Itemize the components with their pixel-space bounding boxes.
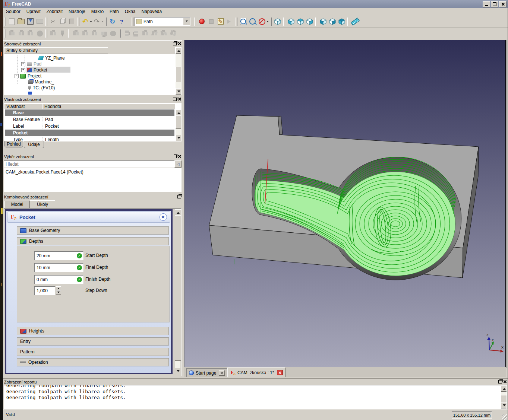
section-depths[interactable]: Depths <box>17 237 169 245</box>
path-job-button[interactable] <box>7 29 16 38</box>
toolbar-grip[interactable] <box>45 18 47 26</box>
path-profile-button[interactable] <box>81 29 90 38</box>
save-document-button[interactable] <box>26 17 35 26</box>
path-tool-library-button[interactable] <box>48 29 58 38</box>
report-scrollbar[interactable] <box>501 385 507 408</box>
resize-grip[interactable] <box>502 414 507 420</box>
scroll-down-button[interactable] <box>176 88 182 95</box>
open-document-button[interactable] <box>16 17 26 26</box>
tree-item-yz-plane[interactable]: YZ_Plane <box>38 55 65 61</box>
menu-napoveda[interactable]: Nápověda <box>138 9 165 15</box>
print-button[interactable] <box>35 17 44 26</box>
zoom-box-button[interactable] <box>248 17 257 26</box>
report-close-icon[interactable] <box>504 380 507 383</box>
property-group-base[interactable]: Base <box>5 109 174 116</box>
view-front-button[interactable] <box>286 17 296 26</box>
measure-button[interactable] <box>350 17 360 26</box>
tab-model[interactable]: Model <box>4 201 30 208</box>
path-post-process-button[interactable] <box>16 29 26 38</box>
view-axonometric-button[interactable] <box>273 17 282 26</box>
section-pattern[interactable]: Pattern <box>17 348 169 356</box>
scroll-down-button[interactable] <box>501 402 507 408</box>
task-scrollbar[interactable] <box>175 209 180 374</box>
clipping-plane-button[interactable] <box>257 17 266 26</box>
report-float-icon[interactable] <box>498 380 502 384</box>
path-dressup-dogbone-button[interactable] <box>122 29 131 38</box>
tree-item-tool-controller[interactable]: TC: (FV10) <box>28 85 55 91</box>
toolbar-grip[interactable] <box>119 29 121 38</box>
path-simulator-button[interactable] <box>35 29 44 38</box>
view-top-button[interactable] <box>296 17 305 26</box>
redo-button[interactable]: ↷ <box>92 17 101 26</box>
workbench-selector[interactable]: Path <box>135 17 190 26</box>
view-right-button[interactable] <box>305 17 314 26</box>
scroll-down-button[interactable] <box>175 368 181 374</box>
path-engrave-button[interactable] <box>108 29 118 38</box>
tree-item-pad[interactable]: + Pad <box>21 61 41 67</box>
step-down-spinner[interactable] <box>56 286 61 295</box>
start-page-close-button[interactable] <box>219 370 225 376</box>
toolbar-grip[interactable] <box>194 18 196 26</box>
maximize-button[interactable] <box>491 1 498 7</box>
minimize-button[interactable] <box>483 1 490 7</box>
tab-cam-zkouska[interactable]: F CAM_zkouska : 1* <box>227 368 285 377</box>
scroll-up-button[interactable] <box>175 209 181 216</box>
menu-makro[interactable]: Makro <box>88 9 107 15</box>
toolbar-grip[interactable] <box>45 29 47 38</box>
macro-stop-button[interactable] <box>206 17 216 26</box>
toolbar-grip[interactable] <box>78 18 79 26</box>
tree-item-project[interactable]: - Project <box>15 73 41 79</box>
toolbar-grip[interactable] <box>315 18 317 26</box>
tree-column-header[interactable]: Štítky & atributy <box>4 47 108 54</box>
property-group-pocket[interactable]: Pocket <box>5 130 174 136</box>
section-heights[interactable]: Heights <box>17 327 169 335</box>
property-row[interactable]: Base FeaturePad <box>5 116 174 123</box>
tree-float-icon[interactable] <box>173 42 177 45</box>
column-header-vlastnost[interactable]: Vlastnost <box>4 104 42 109</box>
toolbar-grip[interactable] <box>347 18 349 26</box>
start-depth-input[interactable] <box>35 253 73 259</box>
title-bar[interactable]: F FreeCAD <box>3 0 508 8</box>
copy-button[interactable] <box>58 17 67 26</box>
macro-play-button[interactable] <box>225 17 234 26</box>
property-row[interactable]: LabelPocket <box>5 123 174 130</box>
menu-zobrazit[interactable]: Zobrazit <box>44 9 66 15</box>
redo-dropdown-arrow[interactable] <box>101 21 104 23</box>
macro-record-button[interactable] <box>197 17 206 26</box>
scroll-thumb[interactable] <box>501 395 507 402</box>
properties-close-icon[interactable] <box>178 98 181 101</box>
viewport-3d[interactable]: Z Y X <box>184 40 505 367</box>
column-header-hodnota[interactable]: Hodnota <box>42 104 175 109</box>
paste-button[interactable] <box>67 17 76 26</box>
properties-scrollbar[interactable] <box>176 109 181 141</box>
macro-edit-button[interactable]: ✎ <box>216 17 225 26</box>
properties-float-icon[interactable] <box>173 98 177 101</box>
tab-udaje[interactable]: Údaje <box>24 141 44 148</box>
expander-icon[interactable]: - <box>15 74 19 78</box>
menu-upravit[interactable]: Upravit <box>23 9 44 15</box>
path-dressup-rampentry-button[interactable] <box>150 29 159 38</box>
combined-float-icon[interactable] <box>177 195 181 198</box>
tab-pohled[interactable]: Pohled <box>4 141 23 147</box>
selection-clear-button[interactable]: ◁ <box>174 160 182 168</box>
tree-close-icon[interactable] <box>178 42 181 45</box>
cam-zkouska-close-button[interactable] <box>277 370 283 375</box>
selection-list-item[interactable]: CAM_zkouska.Pocket.Face14 (Pocket) <box>4 168 181 175</box>
toolbar-grip[interactable] <box>4 29 6 38</box>
section-entry[interactable]: Entry <box>17 337 169 346</box>
task-collapse-button[interactable]: « <box>160 213 167 221</box>
new-document-button[interactable] <box>7 17 16 26</box>
path-dressup-tag-button[interactable] <box>159 29 168 38</box>
scroll-up-button[interactable] <box>501 385 507 392</box>
workbench-dropdown-button[interactable] <box>183 18 190 25</box>
expander-icon[interactable]: + <box>21 68 25 72</box>
menu-okna[interactable]: Okna <box>122 9 139 15</box>
close-button[interactable] <box>499 1 507 7</box>
menu-soubor[interactable]: Soubor <box>3 9 23 15</box>
menu-nastroje[interactable]: Nástroje <box>66 9 88 15</box>
step-down-input[interactable] <box>35 288 54 294</box>
path-pocket-button[interactable] <box>99 29 108 38</box>
undo-button[interactable]: ↶ <box>81 17 90 26</box>
view-rear-button[interactable] <box>318 17 328 26</box>
menu-path[interactable]: Path <box>107 9 122 15</box>
